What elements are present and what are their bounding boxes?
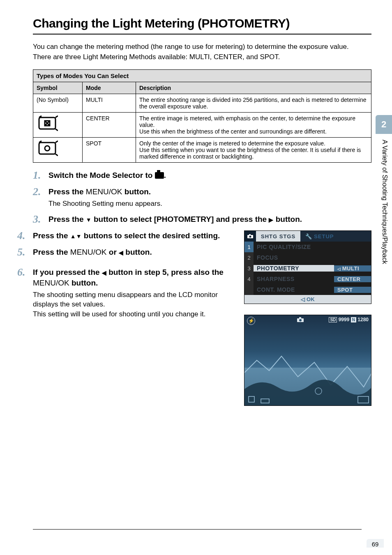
menu-ok-label: MENU/OK bbox=[86, 187, 122, 196]
step6-post: button. bbox=[69, 279, 98, 287]
menu-ok-label: MENU/OK bbox=[70, 248, 107, 256]
svg-rect-16 bbox=[299, 317, 301, 319]
intro-line-1: You can change the metering method (the … bbox=[33, 43, 349, 51]
preview-status: SD 9999 N 1280 bbox=[329, 317, 369, 325]
steps-list: Switch the Mode Selector to . Press the … bbox=[33, 170, 371, 406]
step2-body: The Shooting Setting menu appears. bbox=[48, 199, 371, 209]
center-metering-icon bbox=[33, 113, 83, 138]
step1-pre: Switch the Mode Selector to bbox=[48, 171, 155, 180]
menu-row: 2 FOCUS bbox=[244, 252, 371, 263]
tab-setup: 🔧SETUP bbox=[300, 231, 339, 242]
down-arrow-icon bbox=[86, 215, 92, 223]
th-mode: Mode bbox=[83, 82, 136, 94]
camera-indicator-icon bbox=[297, 317, 304, 325]
step-3: Press the button to select [PHOTOMETRY] … bbox=[33, 214, 371, 225]
camera-tab-icon bbox=[244, 231, 256, 242]
menu-row: 1 PIC QUALITY/SIZE bbox=[244, 242, 371, 252]
modes-table: Types of Modes You Can Select Symbol Mod… bbox=[33, 69, 371, 163]
menu-num: 2 bbox=[244, 252, 254, 263]
menu-label: CONT. MODE bbox=[254, 286, 334, 293]
footer-rule bbox=[33, 529, 362, 530]
step6-body: The shooting setting menu disappears and… bbox=[33, 290, 237, 319]
svg-line-3 bbox=[55, 129, 58, 131]
step1-post: . bbox=[164, 171, 166, 180]
lcd-preview-screenshot: ⚡ SD 9999 N 1280 bbox=[244, 315, 371, 406]
left-arrow-icon bbox=[102, 268, 106, 276]
step3-post: button. bbox=[273, 215, 302, 223]
step4-post: buttons to select the desired setting. bbox=[82, 231, 220, 240]
menu-label-photometry: PHOTOMETRY bbox=[254, 265, 334, 272]
step5-post: button. bbox=[123, 248, 152, 256]
table-row: CENTER The entire image is metered, with… bbox=[33, 113, 371, 138]
menu-value-spot: SPOT bbox=[334, 287, 371, 293]
page-title: Changing the Light Metering (PHOTOMETRY) bbox=[33, 16, 371, 35]
chapter-number: 2 bbox=[376, 115, 392, 134]
flash-icon: ⚡ bbox=[247, 317, 255, 325]
camera-mode-icon bbox=[155, 172, 164, 179]
desc-multi: The entire shooting range is divided int… bbox=[136, 94, 371, 113]
chapter-title: A Variety of Shooting Techniques/Playbac… bbox=[376, 134, 392, 427]
step5-pre: Press the bbox=[33, 248, 70, 256]
intro-text: You can change the metering method (the … bbox=[33, 42, 371, 62]
step3-pre: Press the bbox=[48, 215, 86, 223]
up-arrow-icon bbox=[70, 231, 76, 240]
table-row: (No Symbol) MULTI The entire shooting ra… bbox=[33, 94, 371, 113]
down-arrow-icon bbox=[76, 231, 82, 240]
desc-center: The entire image is metered, with emphas… bbox=[136, 113, 371, 138]
step5-mid: or bbox=[107, 248, 119, 256]
step-2: Press the MENU/OK button. The Shooting S… bbox=[33, 187, 371, 208]
menu-num: 1 bbox=[244, 242, 254, 252]
symbol-none: (No Symbol) bbox=[33, 94, 83, 113]
desc-spot: Only the center of the image is metered … bbox=[136, 138, 371, 163]
menu-ok-label: MENU/OK bbox=[33, 279, 69, 287]
mode-center: CENTER bbox=[83, 113, 136, 138]
lcd-menu-screenshot: SHTG STGS 🔧SETUP 1 PIC QUALITY/SIZE bbox=[244, 230, 371, 304]
menu-label: SHARPNESS bbox=[254, 276, 334, 282]
left-arrow-icon bbox=[119, 248, 123, 256]
right-arrow-icon bbox=[269, 215, 273, 223]
page-number: 69 bbox=[367, 539, 384, 548]
mode-spot: SPOT bbox=[83, 138, 136, 163]
svg-point-11 bbox=[45, 146, 50, 151]
step6-pre: If you pressed the bbox=[33, 268, 102, 276]
step6-mid: button in step 5, press also the bbox=[106, 268, 224, 276]
menu-value-multi: ◁ MULTI bbox=[334, 265, 371, 272]
step4-pre: Press the bbox=[33, 231, 70, 240]
step-1: Switch the Mode Selector to . bbox=[33, 170, 371, 181]
menu-row: 4 SHARPNESS CENTER bbox=[244, 274, 371, 284]
menu-num: 3 bbox=[244, 263, 254, 274]
wrench-icon: 🔧 bbox=[305, 233, 312, 240]
menu-row: CONT. MODE SPOT bbox=[244, 284, 371, 295]
svg-rect-13 bbox=[249, 234, 251, 235]
menu-num: 4 bbox=[244, 274, 254, 284]
mode-multi: MULTI bbox=[83, 94, 136, 113]
step-4-5-6-wrap: 4. Press the buttons to select the desir… bbox=[33, 230, 371, 406]
step2-pre: Press the bbox=[48, 187, 86, 196]
menu-value-center: CENTER bbox=[334, 276, 371, 282]
th-desc: Description bbox=[136, 82, 371, 94]
svg-line-9 bbox=[55, 141, 58, 143]
table-caption: Types of Modes You Can Select bbox=[33, 70, 371, 82]
menu-num bbox=[244, 284, 254, 295]
svg-point-14 bbox=[249, 236, 251, 238]
table-row: SPOT Only the center of the image is met… bbox=[33, 138, 371, 163]
spot-metering-icon bbox=[33, 138, 83, 163]
th-symbol: Symbol bbox=[33, 82, 83, 94]
tab-setup-label: SETUP bbox=[314, 233, 334, 240]
svg-point-17 bbox=[299, 319, 302, 322]
menu-label: PIC QUALITY/SIZE bbox=[254, 244, 334, 250]
step2-post: button. bbox=[122, 187, 151, 196]
side-chapter-tab: 2 A Variety of Shooting Techniques/Playb… bbox=[376, 115, 392, 427]
menu-row: 3 PHOTOMETRY ◁ MULTI bbox=[244, 263, 371, 274]
ok-bar: ◁ OK bbox=[244, 295, 371, 304]
step3-mid: button to select [PHOTOMETRY] and press … bbox=[92, 215, 269, 223]
tab-shtg-stgs: SHTG STGS bbox=[256, 231, 300, 242]
intro-line-2: There are three Light Metering Methods a… bbox=[33, 53, 280, 61]
svg-line-10 bbox=[55, 154, 58, 156]
svg-line-2 bbox=[55, 116, 58, 117]
svg-rect-7 bbox=[39, 143, 55, 154]
menu-label: FOCUS bbox=[254, 254, 334, 261]
